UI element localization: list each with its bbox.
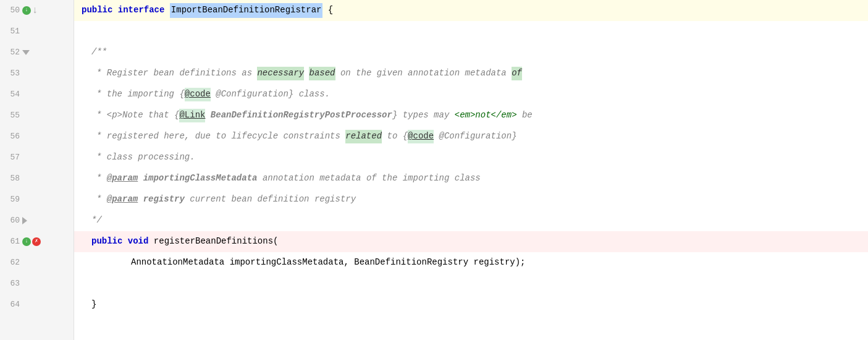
code-area: public interface ImportBeanDefinitionReg… [74,0,868,340]
gutter-row-62: 62 [0,252,74,273]
comment-55d: be [517,109,533,122]
at-link-55: @Link [179,109,205,122]
comment-57: * class processing. [96,151,195,164]
gutter-row-61: 61 [0,231,74,252]
code-line-60: */ [74,210,868,231]
keyword-public-50: public [82,4,118,17]
param-name-58: importingClassMetadata [143,172,258,185]
gutter-row-53: 53 [0,63,74,84]
green-down-icon-50[interactable] [22,6,31,15]
code-line-53: * Register bean definitions as necessary… [74,63,868,84]
fold-icon-52[interactable] [22,50,30,55]
gutter-row-54: 54 [0,84,74,105]
code-line-51 [74,21,868,42]
method-name-61: registerBeanDefinitions( [154,235,279,249]
gutter-row-51: 51 [0,21,74,42]
line-number-59: 59 [2,193,20,206]
em-not-55: <em>not</em> [455,109,517,122]
keyword-void-61: void [128,235,154,249]
line-number-58: 58 [2,172,20,185]
line-number-51: 51 [2,25,20,38]
green-down-icon-61[interactable] [22,237,31,246]
line-number-57: 57 [2,151,20,164]
comment-56c: @Configuration} [434,130,516,143]
comment-59a: * [96,193,107,206]
line-number-61: 61 [2,236,20,248]
code-line-56: * registered here, due to lifecycle cons… [74,126,868,147]
gutter-row-55: 55 [0,105,74,126]
code-line-59: * @param registry current bean definitio… [74,189,868,210]
comment-59c: current bean definition registry [185,193,356,206]
gutter-row-64: 64 [0,294,74,315]
fold-icon-60[interactable] [22,217,27,224]
line-number-62: 62 [2,257,20,269]
code-line-63 [74,273,868,294]
gutter-row-57: 57 [0,147,74,168]
code-line-58: * @param importingClassMetadata annotati… [74,168,868,189]
highlight-based: based [309,67,335,80]
at-code-56: @code [408,130,434,143]
highlight-related: related [345,130,382,143]
keyword-public-61: public [91,235,128,249]
gutter-icons-50: ↓ [22,6,38,15]
comment-53c: on the given annotation metadata [335,67,512,80]
highlight-necessary: necessary [257,67,304,80]
gutter-row-58: 58 [0,168,74,189]
code-line-52: /** [74,42,868,63]
line-gutter: 50 ↓ 51 52 53 54 55 [0,0,74,340]
code-line-62: AnnotationMetadata importingClassMetadat… [74,252,868,273]
comment-56b: to { [382,130,408,143]
line-number-50: 50 [2,4,20,17]
gutter-icons-60 [22,217,27,224]
line-number-63: 63 [2,278,20,290]
comment-53b [304,67,309,80]
comment-58c: annotation metadata of the importing cla… [257,172,480,185]
comment-58a: * [96,172,107,185]
gutter-icons-61 [22,237,41,246]
closing-brace-64: } [91,298,96,312]
at-code-54: @code [185,88,211,101]
gutter-row-56: 56 [0,126,74,147]
comment-58b [138,172,143,185]
code-line-57: * class processing. [74,147,868,168]
highlight-of: of [512,67,522,80]
gutter-row-52: 52 [0,42,74,63]
gutter-row-59: 59 [0,189,74,210]
line-number-54: 54 [2,88,20,101]
keyword-interface-50: interface [118,4,170,17]
line-number-52: 52 [2,46,20,59]
classname-50: ImportBeanDefinitionRegistrar [170,3,323,18]
comment-54b: @Configuration} class. [211,88,330,101]
gutter-icons-52 [22,50,30,55]
code-line-55: * <p>Note that {@Link BeanDefinitionRegi… [74,105,868,126]
comment-55c: } types may [392,109,455,122]
line-number-53: 53 [2,67,20,80]
comment-56a: * registered here, due to lifecycle cons… [96,130,345,143]
comment-55b [205,109,210,122]
comment-53a: * Register bean definitions as [96,67,257,80]
code-line-54: * the importing {@code @Configuration} c… [74,84,868,105]
gutter-row-60: 60 [0,210,74,231]
line-number-55: 55 [2,109,20,122]
gutter-row-63: 63 [0,273,74,294]
code-line-50: public interface ImportBeanDefinitionReg… [74,0,868,21]
brace-50: { [322,4,333,17]
param-name-59: registry [143,193,185,206]
at-param-58: @param [107,172,138,185]
gutter-row-50: 50 ↓ [0,0,74,21]
comment-59b [138,193,143,206]
line-number-56: 56 [2,130,20,143]
class-ref-55: BeanDefinitionRegistryPostProcessor [211,109,392,122]
comment-close-60: */ [91,214,102,227]
arrow-down-icon-50: ↓ [32,6,38,15]
code-editor: 50 ↓ 51 52 53 54 55 [0,0,868,340]
red-x-icon-61[interactable] [32,237,41,246]
line-number-60: 60 [2,215,20,227]
comment-open-52: /** [91,46,107,59]
comment-54a: * the importing { [96,88,185,101]
at-param-59: @param [107,193,138,206]
code-text-62: AnnotationMetadata importingClassMetadat… [131,256,526,270]
code-line-64: } [74,294,868,315]
code-line-61: public void registerBeanDefinitions( [74,231,868,252]
line-number-64: 64 [2,299,20,311]
